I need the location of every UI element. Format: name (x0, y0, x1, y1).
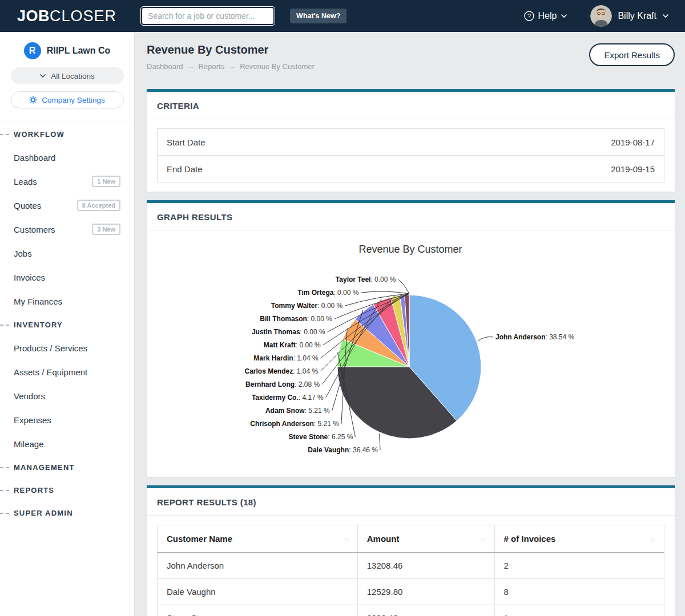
breadcrumb-item: Revenue By Customer (240, 62, 315, 71)
criteria-label: Start Date (158, 129, 400, 156)
sidebar-item-dashboard[interactable]: Dashboard (0, 145, 134, 169)
all-locations-label: All Locations (51, 72, 95, 80)
report-card: REPORT RESULTS (18) Customer Name↑↓Amoun… (147, 485, 675, 616)
sidebar-item-products-services[interactable]: Products / Services (0, 336, 134, 360)
slice-label-dale-vaughn: Dale Vaughn: 36.46 % (308, 446, 378, 454)
table-row[interactable]: Steve Stone2006.401 (158, 605, 664, 616)
slice-label-justin-thomas: Justin Thomas: 0.00 % (252, 328, 325, 336)
sidebar-item-expenses[interactable]: Expenses (0, 408, 134, 432)
sidebar-item-label: Vendors (14, 391, 45, 401)
sidebar-item-my-finances[interactable]: My Finances (0, 289, 134, 313)
search-input[interactable] (142, 8, 273, 24)
whats-new-button[interactable]: What's New? (290, 9, 346, 23)
slice-label-tommy-walter: Tommy Walter: 0.00 % (271, 302, 343, 310)
sidebar-section-inventory[interactable]: INVENTORY (0, 313, 134, 336)
breadcrumb-item[interactable]: Dashboard (147, 62, 183, 71)
section-label: REPORTS (14, 486, 54, 495)
label-connector-line (379, 433, 380, 450)
top-navbar: JOBCLOSER What's New? ? Help (0, 0, 685, 32)
criteria-value: 2019-08-17 (400, 129, 664, 156)
column-header-amount[interactable]: Amount↑↓ (357, 525, 494, 553)
sort-arrows-icon[interactable]: ↑↓ (481, 536, 485, 542)
section-label: INVENTORY (14, 321, 63, 329)
sidebar-item-assets-equipment[interactable]: Assets / Equipment (0, 360, 134, 384)
label-connector-line (361, 291, 409, 294)
sidebar-section-management[interactable]: MANAGEMENT (0, 456, 134, 479)
status-badge: 8 Accepted (77, 200, 120, 211)
sidebar-nav: WORKFLOWDashboardLeads1 NewQuotes8 Accep… (0, 120, 134, 524)
company-logo: R (24, 42, 41, 59)
sidebar-item-label: Assets / Equipment (14, 367, 87, 377)
report-table: Customer Name↑↓Amount↑↓# of Invoices↑↓ J… (157, 525, 664, 616)
graph-header: GRAPH RESULTS (147, 203, 675, 230)
sidebar-item-vendors[interactable]: Vendors (0, 384, 134, 408)
section-dashes-icon (0, 325, 9, 326)
column-label: # of Invoices (504, 534, 556, 544)
slice-label-mark-hardin: Mark Hardin: 1.04 % (253, 354, 319, 362)
sidebar-item-invoices[interactable]: Invoices (0, 265, 134, 289)
sidebar-item-label: Mileage (14, 439, 44, 449)
sidebar-section-reports[interactable]: REPORTS (0, 479, 134, 501)
slice-label-taylor-teel: Taylor Teel: 0.00 % (336, 275, 396, 283)
main-content: Revenue By Customer Dashboard→Reports→Re… (135, 32, 685, 616)
label-connector-line (398, 279, 409, 294)
table-row[interactable]: Dale Vaughn12529.808 (158, 579, 664, 605)
slice-label-matt-kraft: Matt Kraft: 0.00 % (264, 341, 321, 349)
sidebar-item-jobs[interactable]: Jobs (0, 241, 134, 265)
criteria-table: Start Date2019-08-17End Date2019-09-15 (157, 128, 664, 183)
slice-label-carlos-mendez: Carlos Mendez: 1.04 % (244, 367, 318, 375)
chevron-down-icon (39, 74, 46, 78)
column-header-customer-name[interactable]: Customer Name↑↓ (158, 525, 358, 553)
column-header--of-invoices[interactable]: # of Invoices↑↓ (494, 525, 664, 553)
sidebar-item-leads[interactable]: Leads1 New (0, 169, 134, 193)
section-label: WORKFLOW (14, 130, 65, 139)
sidebar-item-customers[interactable]: Customers3 New (0, 217, 134, 241)
criteria-label: End Date (158, 156, 400, 183)
sidebar-item-quotes[interactable]: Quotes8 Accepted (0, 193, 134, 217)
section-dashes-icon (0, 134, 9, 135)
sidebar-section-super-admin[interactable]: SUPER ADMIN (0, 501, 134, 524)
slice-label-tim-ortega: Tim Ortega: 0.00 % (297, 289, 358, 297)
avatar-photo (590, 5, 612, 27)
breadcrumb-arrow-icon: → (228, 62, 236, 71)
sort-arrows-icon[interactable]: ↑↓ (344, 536, 348, 542)
export-results-button[interactable]: Export Results (589, 43, 675, 66)
table-cell: Steve Stone (158, 605, 358, 616)
criteria-header: CRITERIA (147, 92, 675, 119)
status-badge: 1 New (92, 176, 120, 187)
breadcrumb-item[interactable]: Reports (199, 62, 225, 71)
help-menu[interactable]: ? Help (524, 11, 568, 21)
user-menu[interactable]: Billy Kraft (618, 11, 669, 21)
graph-card: GRAPH RESULTS Revenue By CustomerTaylor … (147, 200, 675, 477)
table-cell: 13208.46 (357, 553, 494, 579)
slice-label-bill-thomason: Bill Thomason: 0.00 % (260, 315, 332, 323)
sidebar-section-workflow[interactable]: WORKFLOW (0, 123, 134, 145)
table-cell: 2006.40 (357, 605, 494, 616)
all-locations-dropdown[interactable]: All Locations (11, 67, 124, 84)
chevron-down-icon (662, 14, 669, 18)
sidebar-item-label: My Finances (14, 297, 62, 306)
table-cell: Dale Vaughn (158, 579, 358, 605)
avatar[interactable] (590, 5, 612, 27)
company-name: RIIPL Lawn Co (47, 46, 111, 56)
sidebar-item-mileage[interactable]: Mileage (0, 432, 134, 456)
app-logo[interactable]: JOBCLOSER (17, 7, 116, 25)
column-label: Amount (367, 534, 400, 544)
sort-arrows-icon[interactable]: ↑↓ (650, 536, 655, 542)
table-cell: John Anderson (158, 553, 358, 579)
criteria-value: 2019-09-15 (400, 156, 664, 183)
company-row: R RIIPL Lawn Co (0, 42, 134, 59)
help-label: Help (538, 11, 557, 21)
company-settings-button[interactable]: Company Settings (11, 91, 124, 108)
global-search (140, 6, 275, 26)
company-settings-label: Company Settings (42, 96, 104, 104)
table-row[interactable]: John Anderson13208.462 (158, 553, 664, 579)
sidebar-item-label: Dashboard (14, 153, 55, 163)
column-label: Customer Name (167, 534, 232, 544)
gear-icon (29, 96, 37, 104)
slice-label-bernhard-long: Bernhard Long: 2.08 % (245, 380, 320, 388)
status-badge: 3 New (92, 224, 120, 235)
section-label: MANAGEMENT (14, 463, 75, 472)
criteria-row: End Date2019-09-15 (158, 156, 664, 183)
svg-text:?: ? (527, 13, 530, 19)
